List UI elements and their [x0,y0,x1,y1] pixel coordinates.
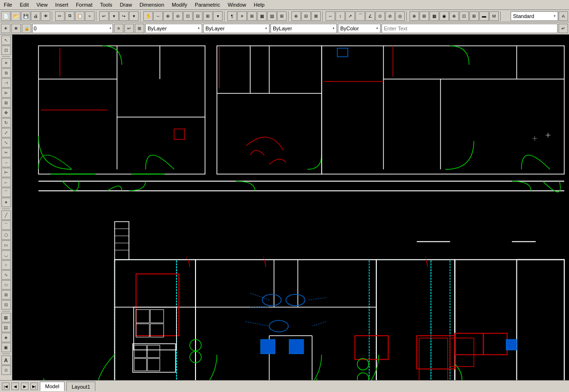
menu-draw[interactable]: Draw [116,1,136,9]
dimension-btn1[interactable]: ↔ [326,11,335,21]
wipeout-btn[interactable]: ▣ [1,343,11,352]
chamfer-button[interactable]: ⌐ [1,178,11,187]
zoomall-button[interactable]: ⊞ [203,11,213,21]
tab-layout1[interactable]: Layout1 [66,382,95,391]
save-button[interactable]: 💾 [21,11,30,21]
otrack-button[interactable]: ⊕ [449,11,459,21]
dimension-btn4[interactable]: ⌒ [355,11,365,21]
menu-file[interactable]: File [0,1,16,9]
menu-parametric[interactable]: Parametric [191,1,224,9]
rect-button[interactable]: ▭ [1,240,11,250]
open-button[interactable]: 📂 [11,11,20,21]
menu-format[interactable]: Format [72,1,96,9]
lw-button[interactable]: ▬ [479,11,489,21]
layer-prev-btn[interactable]: ↩ [124,24,134,33]
menu-modify[interactable]: Modify [168,1,191,9]
color-bylayer-dropdown[interactable]: ByLayer ▾ [145,24,202,33]
rotate-button[interactable]: ↻ [1,118,11,128]
table-button[interactable]: ⊞ [277,11,287,21]
menu-edit[interactable]: Edit [16,1,33,9]
make-block-btn[interactable]: ⊟ [1,300,11,310]
matchprop-button[interactable]: ≈ [85,11,94,21]
redo-button[interactable]: ↪ [119,11,129,21]
region-btn[interactable]: ◈ [1,333,11,342]
tab-model[interactable]: Model [40,382,65,391]
zoomext-button[interactable]: ⊟ [193,11,203,21]
array-button[interactable]: ⊞ [1,98,11,108]
text-height-btn[interactable]: A [559,11,568,21]
select-button[interactable]: ↖ [1,36,11,45]
dyn-button[interactable]: ⊞ [469,11,479,21]
offset-button[interactable]: ⊳ [1,88,11,98]
spline-button[interactable]: ∿ [1,270,11,280]
scroll-left[interactable]: ◀ [11,383,19,390]
dimension-btn2[interactable]: ↕ [336,11,345,21]
insert-button[interactable]: ⊕ [291,11,301,21]
properties-button[interactable]: ¶ [227,11,237,21]
extend-button[interactable]: → [1,158,11,167]
cut-button[interactable]: ✂ [55,11,65,21]
menu-help[interactable]: Help [250,1,269,9]
polygon-button[interactable]: ⬡ [1,230,11,240]
stretch-button[interactable]: ⤡ [1,138,11,147]
trim-button[interactable]: ✂ [1,148,11,157]
pline-button[interactable]: ⌒ [1,220,11,230]
layer-button[interactable]: ≡ [237,11,247,21]
break-button[interactable]: ⊢ [1,168,11,177]
text-input[interactable] [382,24,558,33]
plot-style-dropdown[interactable]: ByColor ▾ [338,24,381,33]
ortho-button[interactable]: ⊞ [420,11,429,21]
grid-button[interactable]: ▦ [429,11,439,21]
zoomwin-button[interactable]: ⊡ [183,11,193,21]
select-window-btn[interactable]: ⊡ [1,46,11,55]
zoomout-button[interactable]: ⊖ [173,11,183,21]
zoom-dropdown[interactable]: ▾ [213,11,223,21]
zoomin-button[interactable]: ⊕ [163,11,173,21]
polar-button[interactable]: ◉ [439,11,449,21]
realtime-button[interactable]: ↔ [153,11,163,21]
canvas-area[interactable]: I I I [12,35,569,380]
redo-dropdown[interactable]: ▾ [129,11,139,21]
linetype-dropdown[interactable]: ByLayer ▾ [203,24,270,33]
menu-tools[interactable]: Tools [96,1,116,9]
scroll-left-first[interactable]: |◀ [2,383,9,390]
layer-manager-btn[interactable]: ≡ [114,24,123,33]
new-button[interactable]: 📄 [1,11,10,21]
model-button[interactable]: M [489,11,499,21]
explode-button[interactable]: ✦ [1,198,11,207]
dimension-btn5[interactable]: ∠ [365,11,375,21]
hatch-button[interactable]: ▦ [257,11,267,21]
scroll-right-last[interactable]: ▶| [30,383,38,390]
copy-obj-button[interactable]: ⧉ [1,68,11,78]
attdef-btn[interactable]: ⊙ [1,365,11,375]
text-style-dropdown[interactable]: Standard ▾ [511,11,558,21]
erase-button[interactable]: ✕ [1,58,11,68]
insert-block-btn[interactable]: ⊞ [1,290,11,300]
wblock-button[interactable]: ⊟ [301,11,311,21]
lineweight-dropdown[interactable]: ByLayer ▾ [271,24,337,33]
preview-button[interactable]: 👁 [41,11,50,21]
menu-insert[interactable]: Insert [51,1,72,9]
undo-dropdown[interactable]: ▾ [109,11,119,21]
copy-button[interactable]: ⧉ [65,11,75,21]
scale-button[interactable]: ⤢ [1,128,11,137]
scroll-right[interactable]: ▶ [21,383,28,390]
ducs-button[interactable]: ⊡ [459,11,469,21]
menu-dimension[interactable]: Dimension [136,1,168,9]
move-button[interactable]: ✥ [1,108,11,118]
block-button[interactable]: ⊞ [247,11,257,21]
line-button[interactable]: ╱ [1,210,11,220]
print-button[interactable]: 🖨 [31,11,40,21]
text-confirm-btn[interactable]: ↵ [559,24,568,33]
undo-button[interactable]: ↩ [99,11,109,21]
arc-button[interactable]: ◡ [1,250,11,260]
layer-freeze-btn[interactable]: ❄ [11,24,21,33]
menu-window[interactable]: Window [224,1,250,9]
ellipse-button[interactable]: ⬭ [1,280,11,290]
gradient-button[interactable]: ▤ [267,11,277,21]
dimension-btn6[interactable]: ⊙ [375,11,385,21]
fillet-button[interactable]: ⌒ [1,188,11,197]
xref-button[interactable]: ⊠ [311,11,321,21]
osnap-button[interactable]: ⊕ [410,11,419,21]
layer-lock-btn[interactable]: 🔒 [22,24,31,33]
